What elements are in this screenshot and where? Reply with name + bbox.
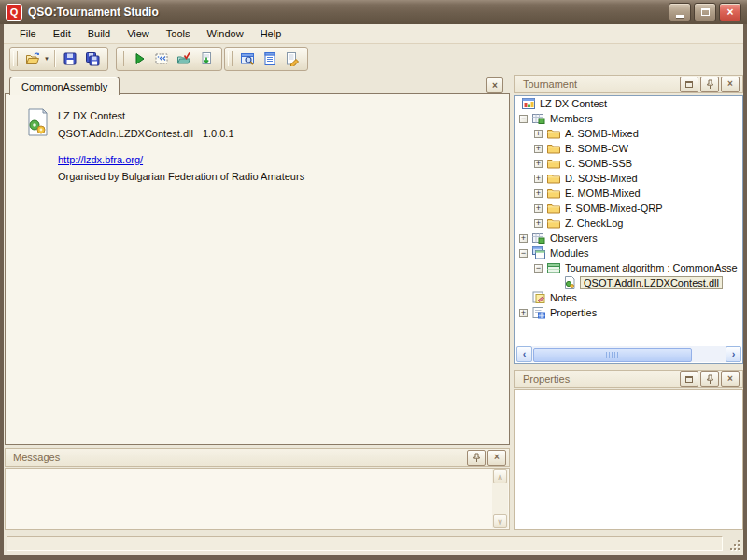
tree-node-label: D. SOSB-Mixed bbox=[565, 173, 638, 184]
scrollbar-track[interactable] bbox=[693, 346, 726, 362]
tree-horizontal-scrollbar[interactable]: ‹ › bbox=[516, 346, 741, 362]
tree-node-notes[interactable]: Notes bbox=[515, 290, 742, 305]
contest-link[interactable]: http://lzdx.bfra.org/ bbox=[58, 154, 143, 165]
close-icon: × bbox=[726, 7, 733, 18]
close-icon: × bbox=[492, 81, 498, 91]
expand-icon[interactable]: + bbox=[519, 234, 528, 243]
assembly-dll-name: QSOT.AddIn.LZDXContest.dll bbox=[58, 128, 193, 139]
tree-node-label: Notes bbox=[550, 292, 577, 303]
tree-node-observers[interactable]: + Observers bbox=[515, 231, 742, 245]
expand-icon[interactable]: + bbox=[534, 219, 543, 228]
menu-view[interactable]: View bbox=[119, 25, 158, 42]
save-button[interactable] bbox=[59, 49, 81, 69]
tree-node-properties[interactable]: + Properties bbox=[515, 305, 742, 320]
expand-icon[interactable]: + bbox=[534, 204, 543, 213]
collapse-icon[interactable]: − bbox=[519, 249, 528, 258]
open-dropdown-icon[interactable]: ▼ bbox=[42, 56, 51, 62]
view-report-button[interactable] bbox=[259, 49, 281, 69]
tree-node-members[interactable]: − Members bbox=[515, 111, 742, 126]
folder-check-icon bbox=[176, 51, 191, 66]
properties-panel-body bbox=[514, 389, 743, 530]
tree-node-modules[interactable]: − Modules bbox=[515, 245, 742, 260]
menu-edit[interactable]: Edit bbox=[45, 25, 79, 42]
messages-pin-button[interactable] bbox=[467, 450, 486, 466]
messages-vertical-scrollbar[interactable]: ∧ ∨ bbox=[492, 469, 508, 528]
folder-icon bbox=[546, 141, 561, 156]
tree-node-somb-mixed-qrp[interactable]: + F. SOMB-Mixed-QRP bbox=[515, 201, 742, 216]
scrollbar-thumb[interactable] bbox=[533, 348, 692, 362]
expand-icon[interactable]: + bbox=[534, 130, 543, 138]
menu-help[interactable]: Help bbox=[252, 25, 290, 42]
tab-commonassembly[interactable]: CommonAssembly bbox=[9, 77, 120, 95]
messages-close-button[interactable]: × bbox=[487, 450, 506, 466]
resize-grip[interactable] bbox=[728, 539, 740, 550]
menu-build[interactable]: Build bbox=[79, 25, 119, 42]
view-edit-button[interactable] bbox=[281, 49, 303, 69]
assembly-file-icon bbox=[22, 107, 52, 137]
minimize-button[interactable] bbox=[669, 3, 691, 21]
toolbar-grip[interactable] bbox=[120, 51, 124, 66]
folder-icon bbox=[546, 126, 561, 141]
app-window: Q QSO:Tournament Studio × File Edit Buil… bbox=[0, 0, 747, 560]
tree-node-label: Properties bbox=[550, 307, 597, 318]
tree-node-sosb-mixed[interactable]: + D. SOSB-Mixed bbox=[515, 171, 742, 186]
assembly-dll-icon bbox=[562, 275, 577, 290]
expand-icon[interactable]: + bbox=[534, 189, 543, 198]
expand-icon[interactable]: + bbox=[534, 160, 543, 168]
scroll-up-button[interactable]: ∧ bbox=[493, 469, 507, 483]
folder-icon bbox=[546, 186, 561, 201]
properties-pin-button[interactable] bbox=[700, 371, 719, 387]
tree-node-label: E. MOMB-Mixed bbox=[565, 188, 641, 199]
tree-node-label: Modules bbox=[550, 247, 589, 259]
band-grid-button[interactable] bbox=[150, 49, 173, 69]
scroll-down-button[interactable]: ∨ bbox=[493, 514, 507, 528]
band-grid-icon bbox=[154, 51, 169, 66]
folder-check-button[interactable] bbox=[173, 49, 195, 69]
expand-icon[interactable]: + bbox=[519, 309, 528, 317]
tournament-maximize-button[interactable] bbox=[680, 77, 698, 92]
pin-icon bbox=[706, 79, 714, 90]
chevron-up-icon: ∧ bbox=[497, 472, 503, 482]
maximize-button[interactable] bbox=[694, 3, 716, 21]
document-page: LZ DX Contest QSOT.AddIn.LZDXContest.dll… bbox=[5, 93, 510, 445]
tournament-panel-header: Tournament × bbox=[514, 75, 743, 93]
tournament-close-button[interactable]: × bbox=[721, 77, 740, 92]
view-search-button[interactable] bbox=[236, 49, 259, 69]
close-icon: × bbox=[494, 453, 500, 462]
toolbar-grip[interactable] bbox=[13, 51, 18, 66]
tree-node-root[interactable]: LZ DX Contest bbox=[515, 96, 742, 111]
save-all-button[interactable] bbox=[81, 49, 104, 69]
tree-node-momb-mixed[interactable]: + E. MOMB-Mixed bbox=[515, 186, 742, 201]
observers-icon bbox=[531, 231, 546, 245]
expand-icon[interactable]: + bbox=[534, 175, 543, 183]
scroll-right-button[interactable]: › bbox=[726, 346, 741, 362]
scroll-left-button[interactable]: ‹ bbox=[516, 346, 532, 362]
expand-icon[interactable]: + bbox=[534, 145, 543, 153]
collapse-icon[interactable]: − bbox=[534, 264, 543, 273]
tree-node-somb-cw[interactable]: + B. SOMB-CW bbox=[515, 141, 742, 156]
tree-node-algorithm[interactable]: − Tournament algorithm : CommonAsse bbox=[515, 260, 742, 275]
toolbar-grip[interactable] bbox=[228, 51, 233, 66]
close-button[interactable]: × bbox=[719, 3, 741, 21]
tree-node-label: C. SOMB-SSB bbox=[565, 158, 632, 169]
document-close-button[interactable]: × bbox=[486, 77, 503, 93]
tree-node-somb-ssb[interactable]: + C. SOMB-SSB bbox=[515, 156, 742, 171]
menu-tools[interactable]: Tools bbox=[158, 25, 199, 42]
titlebar[interactable]: Q QSO:Tournament Studio × bbox=[0, 0, 747, 24]
tree-node-label: Z. CheckLog bbox=[565, 217, 623, 229]
messages-panel-title: Messages bbox=[13, 452, 465, 463]
tree-node-label: LZ DX Contest bbox=[540, 98, 607, 109]
import-document-button[interactable] bbox=[195, 49, 218, 69]
open-button[interactable] bbox=[21, 49, 44, 69]
tree-node-somb-mixed[interactable]: + A. SOMB-Mixed bbox=[515, 126, 742, 141]
menu-window[interactable]: Window bbox=[199, 25, 252, 42]
run-button[interactable] bbox=[128, 49, 150, 69]
tree-node-checklog[interactable]: + Z. CheckLog bbox=[515, 216, 742, 231]
properties-maximize-button[interactable] bbox=[680, 371, 698, 387]
menu-file[interactable]: File bbox=[11, 25, 45, 42]
properties-close-button[interactable]: × bbox=[721, 371, 740, 387]
tournament-pin-button[interactable] bbox=[700, 77, 719, 92]
tree-node-assembly-dll[interactable]: QSOT.AddIn.LZDXContest.dll bbox=[515, 275, 742, 290]
maximize-icon bbox=[685, 376, 693, 383]
collapse-icon[interactable]: − bbox=[519, 115, 528, 123]
